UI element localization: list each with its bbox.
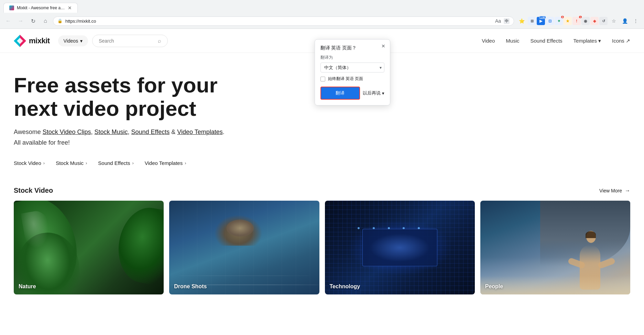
section-header: Stock Video View More → bbox=[14, 187, 630, 194]
ext-5[interactable]: ★ bbox=[564, 17, 572, 25]
nav-sound-effects[interactable]: Sound Effects bbox=[530, 38, 562, 44]
popup-close-button[interactable]: ✕ bbox=[380, 43, 386, 49]
tab-favicon bbox=[9, 5, 14, 10]
nav-icons[interactable]: Icons ↗ bbox=[612, 38, 630, 44]
sound-effects-link[interactable]: Sound Effects bbox=[131, 129, 170, 135]
stock-video-section: Stock Video View More → Nature bbox=[0, 180, 644, 294]
logo-text: mixkit bbox=[29, 36, 50, 45]
drone-shots-video-card[interactable]: Drone Shots bbox=[169, 201, 319, 294]
forward-button[interactable]: → bbox=[16, 16, 25, 26]
profile-icon[interactable]: ⭐ bbox=[517, 16, 526, 26]
dropdown-arrow-icon: ▾ bbox=[80, 38, 83, 44]
hero-link-arrow-2: › bbox=[86, 160, 87, 166]
logo[interactable]: mixkit bbox=[14, 35, 50, 47]
nav-music[interactable]: Music bbox=[506, 38, 519, 44]
view-more-arrow-icon: → bbox=[625, 188, 630, 194]
star-button[interactable]: ☆ bbox=[609, 16, 619, 26]
people-card-label: People bbox=[485, 283, 503, 290]
hero-link-arrow-3: › bbox=[132, 160, 133, 166]
language-select[interactable]: 中文（简体） 中文（繁體） English bbox=[320, 63, 384, 72]
translate-to-label: 翻译为 bbox=[320, 55, 384, 60]
browser-toolbar: ← → ↻ ⌂ 🔒 https://mixkit.co Aa 中 ⭐ ⊞ ▶ 1… bbox=[3, 15, 641, 29]
hero-link-arrow-4: › bbox=[185, 160, 186, 166]
ext-7[interactable]: ◉ bbox=[581, 17, 590, 25]
site-nav: Video Music Sound Effects Templates ▾ Ic… bbox=[482, 38, 630, 44]
back-button[interactable]: ← bbox=[3, 16, 13, 26]
search-input[interactable] bbox=[99, 38, 154, 44]
later-dropdown-icon: ▾ bbox=[382, 91, 384, 96]
address-bar[interactable]: 🔒 https://mixkit.co Aa 中 bbox=[53, 16, 514, 26]
browser-tabs: Mixkit - Awesome free assets for your ne… bbox=[3, 3, 641, 13]
video-templates-link[interactable]: Video Templates bbox=[177, 129, 222, 135]
section-title: Stock Video bbox=[14, 187, 53, 194]
videos-dropdown-button[interactable]: Videos ▾ bbox=[58, 35, 88, 46]
reload-button[interactable]: ↻ bbox=[28, 16, 38, 26]
ext-1[interactable]: ⊞ bbox=[528, 17, 536, 25]
hero-stock-video-link[interactable]: Stock Video › bbox=[14, 160, 45, 166]
site-header: mixkit Videos ▾ ⌕ Video Music Sound Effe… bbox=[0, 29, 644, 53]
home-button[interactable]: ⌂ bbox=[41, 16, 50, 26]
stock-video-link[interactable]: Stock Video Clips bbox=[43, 129, 91, 135]
logo-icon bbox=[14, 35, 26, 47]
account-button[interactable]: 👤 bbox=[620, 16, 630, 26]
view-more-link[interactable]: View More → bbox=[599, 188, 630, 194]
browser-chrome: Mixkit - Awesome free assets for your ne… bbox=[0, 0, 644, 29]
translate-button[interactable]: 翻译 bbox=[320, 87, 360, 100]
search-bar[interactable]: ⌕ bbox=[92, 35, 168, 47]
translate-icon: Aa bbox=[495, 18, 501, 24]
lock-icon: 🔒 bbox=[57, 19, 63, 23]
always-translate-checkbox[interactable] bbox=[320, 77, 325, 81]
hero-sound-effects-link[interactable]: Sound Effects › bbox=[98, 160, 133, 166]
translate-popup: ✕ 翻译 英语 页面？ 翻译为 中文（简体） 中文（繁體） English ▾ … bbox=[315, 39, 390, 105]
tab-close-button[interactable]: ✕ bbox=[68, 5, 72, 11]
nature-card-label: Nature bbox=[19, 283, 36, 290]
ext-6[interactable]: ! 1 bbox=[572, 17, 581, 25]
hero-title: Free assets for your next video project bbox=[14, 74, 254, 120]
translate-actions: 翻译 以后再说 ▾ bbox=[320, 87, 384, 100]
always-translate-row: 始终翻译 英语 页面 bbox=[320, 76, 384, 82]
hero-link-arrow-1: › bbox=[43, 160, 45, 166]
hero-subtitle-2: All available for free! bbox=[14, 139, 630, 146]
templates-dropdown-icon: ▾ bbox=[598, 38, 601, 44]
ext-save[interactable]: ⊡ bbox=[546, 17, 554, 25]
tab-title: Mixkit - Awesome free assets for your ne… bbox=[17, 5, 65, 10]
hero-subtitle: Awesome Stock Video Clips, Stock Music, … bbox=[14, 129, 630, 136]
technology-card-label: Technology bbox=[330, 283, 360, 290]
search-icon: ⌕ bbox=[158, 38, 161, 44]
browser-actions: ⭐ ⊞ ▶ 1.00 ⊡ ✦ 4 ★ ! 1 ◉ ◈ ↺ bbox=[517, 16, 641, 26]
hero-stock-music-link[interactable]: Stock Music › bbox=[56, 160, 87, 166]
ext-4[interactable]: ✦ 4 bbox=[555, 17, 563, 25]
ext-9[interactable]: ↺ bbox=[599, 17, 608, 25]
nav-video[interactable]: Video bbox=[482, 38, 495, 44]
always-translate-label: 始终翻译 英语 页面 bbox=[328, 76, 363, 82]
ext-screencast[interactable]: ▶ 1.00 bbox=[537, 17, 545, 25]
language-select-wrapper: 中文（简体） 中文（繁體） English ▾ bbox=[320, 63, 384, 72]
drone-shots-card-label: Drone Shots bbox=[174, 283, 207, 290]
active-tab[interactable]: Mixkit - Awesome free assets for your ne… bbox=[3, 3, 78, 13]
url-display: https://mixkit.co bbox=[65, 19, 492, 24]
ext-8[interactable]: ◈ bbox=[590, 17, 599, 25]
hero-video-templates-link[interactable]: Video Templates › bbox=[145, 160, 186, 166]
technology-video-card[interactable]: Technology bbox=[325, 201, 475, 294]
nav-templates[interactable]: Templates ▾ bbox=[574, 38, 601, 44]
translate-later-button[interactable]: 以后再说 ▾ bbox=[363, 90, 384, 96]
hero-links: Stock Video › Stock Music › Sound Effect… bbox=[14, 160, 630, 166]
ab-icon: 中 bbox=[504, 18, 510, 24]
translate-popup-title: 翻译 英语 页面？ bbox=[320, 45, 384, 51]
video-grid: Nature Drone Shots bbox=[14, 201, 630, 294]
more-button[interactable]: ⋮ bbox=[631, 16, 641, 26]
extensions-area: ⊞ ▶ 1.00 ⊡ ✦ 4 ★ ! 1 ◉ ◈ ↺ bbox=[528, 17, 608, 25]
people-video-card[interactable]: People bbox=[480, 201, 630, 294]
nature-video-card[interactable]: Nature bbox=[14, 201, 164, 294]
stock-music-link[interactable]: Stock Music bbox=[94, 129, 128, 135]
